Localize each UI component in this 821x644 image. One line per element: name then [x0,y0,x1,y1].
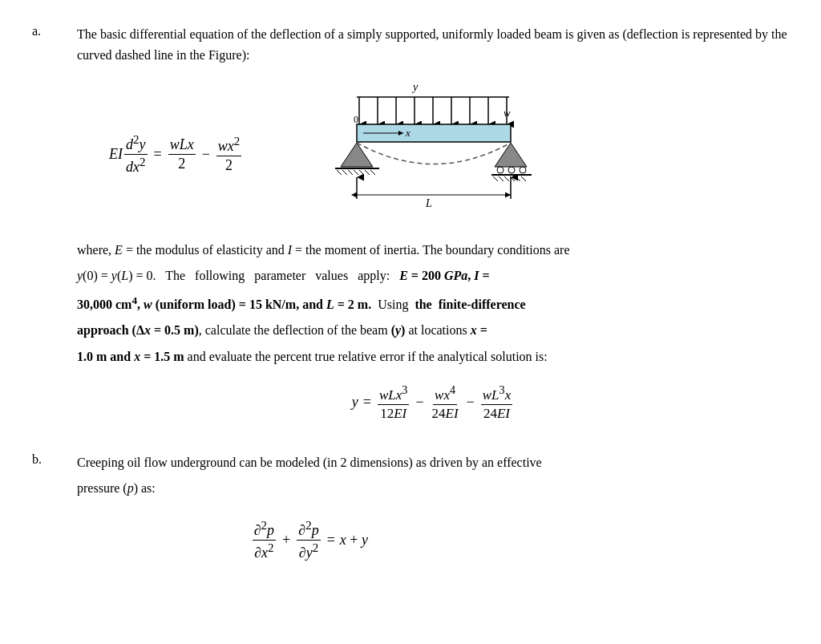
ode-equation: EI d2y dx2 = wLx 2 − wx2 2 [77,133,243,176]
svg-text:x: x [405,127,410,139]
equation-diagram-row: EI d2y dx2 = wLx 2 − wx2 2 [77,83,789,227]
svg-line-19 [342,170,347,175]
x-values-text: 1.0 m and x = 1.5 m and evaluate the per… [77,346,789,367]
analytical-equation: y = wLx3 12EI − wx4 24EI − wL3x 24EI [77,383,789,422]
wLx-over-2-frac: wLx 2 [168,136,196,172]
svg-line-32 [504,176,509,181]
svg-text:0: 0 [354,114,358,125]
svg-point-27 [508,167,515,173]
EI-term: EI [109,146,123,163]
svg-line-35 [521,176,526,181]
minus-sign-2: − [415,394,423,411]
fd-approach-text: approach (Δx = 0.5 m), calculate the def… [77,320,789,341]
wLx3-frac: wLx3 12EI [378,383,409,422]
d2p-dx2-frac: ∂2p ∂x2 [253,519,276,561]
beam-diagram: y w [291,83,548,227]
svg-point-28 [520,167,526,173]
wL3x-frac: wL3x 24EI [481,383,512,422]
minus-sign-1: − [202,146,210,163]
part-b-label: b. Creeping oil flow underground can be … [32,452,789,569]
where-text: where, E = the modulus of elasticity and… [77,240,789,261]
minus-sign-3: − [467,394,475,411]
d2p-dy2-frac: ∂2p ∂y2 [297,519,320,561]
svg-text:L: L [425,197,432,209]
intro-text: The basic differential equation of the d… [77,24,789,67]
label-b: b. [32,452,48,467]
pde-equation: ∂2p ∂x2 + ∂2p ∂y2 = x + y [77,519,542,561]
pde-equals: = [327,532,335,549]
svg-marker-25 [495,143,527,167]
svg-line-23 [365,170,370,175]
equals-sign: = [154,146,162,163]
part-a: a. The basic differential equation of th… [32,24,789,430]
d2y-dx2-frac: d2y dx2 [124,133,148,176]
bc-text: y(0) = y(L) = 0. The following parameter… [77,265,789,286]
svg-line-34 [516,176,520,181]
svg-line-20 [348,170,353,175]
svg-line-30 [493,176,498,181]
part-b-text2: pressure (p) as: [77,478,542,499]
plus-sign: + [282,532,290,549]
svg-point-26 [497,167,504,173]
part-a-label: a. The basic differential equation of th… [32,24,789,430]
svg-line-18 [337,170,342,175]
part-b: b. Creeping oil flow underground can be … [32,452,789,569]
part-b-content: Creeping oil flow underground can be mod… [77,452,542,569]
part-a-content: The basic differential equation of the d… [77,24,789,430]
svg-line-31 [499,176,504,181]
eq-equals: = [363,394,371,411]
beam-svg: y w [291,83,548,227]
part-b-text: Creeping oil flow underground can be mod… [77,452,542,473]
svg-line-24 [370,170,375,175]
svg-marker-16 [341,143,373,167]
svg-line-21 [354,170,358,175]
label-a: a. [32,24,48,38]
pde-rhs: x + y [340,532,368,549]
wx4-frac: wx4 24EI [431,383,460,422]
param-values: 30,000 cm4, w (uniform load) = 15 kN/m, … [77,292,789,316]
wx2-over-2-frac: wx2 2 [216,135,242,174]
svg-text:y: y [411,83,419,93]
svg-line-22 [359,170,364,175]
